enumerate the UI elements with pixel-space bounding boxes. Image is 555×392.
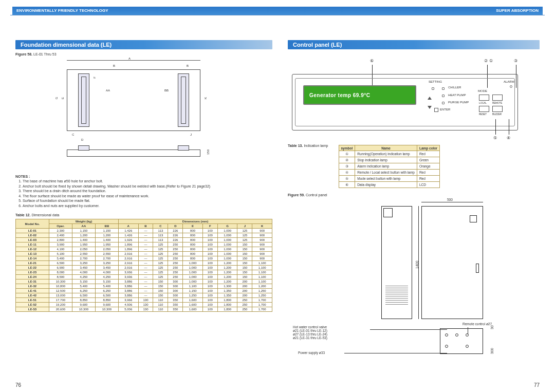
table-row: LE-216,5003,2503,2502,916—1252501,000100… (16, 261, 272, 266)
note-item: There should be a drain ditch around the… (23, 189, 272, 193)
callout-2: ② (484, 59, 488, 63)
table-row: ②Stop indication lampGreen (339, 157, 439, 163)
control-panel-cabinet-drawing: 500 1400 300 30 Hot water control valve … (355, 202, 519, 361)
table-row: LE-135,1002,5502,5502,916—1252508001001,… (16, 252, 272, 256)
callout-5: ⑤ (493, 136, 497, 140)
table-row: LE-022,4001,2001,2001,426—1132268001001,… (16, 233, 272, 238)
table-row: LE-248,5004,2504,2503,936—1252501,000100… (16, 275, 272, 279)
document-header: ENVIRONMENTALLY FRIENDLY TECHNOLOGY SUPE… (10, 6, 545, 15)
page-number-right: 77 (534, 382, 540, 388)
lcd-display: Generator temp 69.9°C (303, 85, 416, 105)
note-item: The floor surface should be made as wate… (23, 194, 272, 198)
table-row: LE-124,1002,0502,0501,896—1252508001001,… (16, 247, 272, 252)
table-row: LE-012,3001,1501,1501,426—1132268001001,… (16, 229, 272, 233)
callout-1: ① (489, 59, 493, 63)
table-row: LE-032,8001,4001,4001,926—1132268001001,… (16, 238, 272, 242)
table-row: LE-113,9001,9501,9501,896—1252508001001,… (16, 242, 272, 247)
notes-block: NOTES : The base of machine has ø50 hole… (15, 174, 272, 208)
header-left: ENVIRONMENTALLY FRIENDLY TECHNOLOGY (16, 8, 108, 13)
note-item: Anchor bolts and nuts are supplied by cu… (23, 203, 272, 208)
table-row: LE-238,0004,0004,0003,936—1252501,000100… (16, 270, 272, 275)
foundation-drawing: A B B G E F K AA BB C D J 150 (15, 58, 252, 171)
table-row: ⑤Mode select button with lampRed (339, 176, 439, 182)
table-row: ①Running(Operation) indication lampRed (339, 151, 439, 157)
hot-water-label: Hot water control valve ø21 (LE-01 thru … (293, 325, 370, 340)
table-row: LE-4213,0006,5006,5003,886—1503001,25010… (16, 293, 272, 298)
note-item: The base of machine has ø50 hole for anc… (23, 179, 272, 183)
table-row: ③Alarm indication lampOrange (339, 163, 439, 170)
remote-control-label: Remote control ø27 (462, 322, 492, 326)
control-panel-illustration: ⑥ ② ① ③ Generator temp 69.9°C SETTING CH… (288, 59, 534, 141)
table13-caption: Table 13. Indication lamp (288, 143, 328, 147)
table-row: ④Remote / Local select button with lampR… (339, 170, 439, 176)
page-number-left: 76 (15, 382, 21, 388)
table-row: LE-3210,8005,4005,4003,886—1503001,10010… (16, 284, 272, 289)
callout-4: ④ (507, 136, 510, 140)
header-right: SUPER ABSORPTION (496, 8, 539, 13)
figure58-caption: Figure 58. LE-01 Thru 53 (15, 52, 272, 56)
table-row: LE-4112,5006,2506,2503,886—1503001,15010… (16, 289, 272, 293)
table-row: LE-226,9003,4503,4502,916—1252501,000100… (16, 266, 272, 270)
table12-caption: Table 12. Dimensional data (15, 213, 272, 217)
table-row: LE-5117,7008,8508,8503,9661301103501,600… (16, 298, 272, 303)
callout-6: ⑥ (370, 59, 374, 63)
table-row: ⑥Data displayLCD (339, 182, 439, 188)
section-title-control-panel: Control panel (LE) (288, 40, 540, 49)
callout-3: ③ (514, 59, 517, 63)
dimensional-data-table: Model No. Weight (kg) Dimensions (mm) Op… (15, 219, 272, 312)
indication-lamp-table: symbolNameLamp color ①Running(Operation)… (339, 145, 440, 188)
section-title-foundation: Foundation dimensional data (LE) (15, 40, 272, 49)
table-row: LE-5320,60010,30010,3005,0061301103501,6… (16, 307, 272, 312)
power-supply-label: Power supply ø33 (298, 351, 325, 354)
figure59-caption: Figure 59. Control panel (288, 193, 540, 197)
table-row: LE-5219,2009,6009,6004,5061301103501,600… (16, 303, 272, 307)
table-row: LE-145,4002,7002,7002,916—1252508001001,… (16, 256, 272, 261)
note-item: Anchor bolt should be fixed by shown det… (23, 184, 272, 189)
note-item: Surface of foundation should be made fla… (23, 198, 272, 203)
table-row: LE-3110,3005,1505,1503,886—1503001,00010… (16, 279, 272, 284)
